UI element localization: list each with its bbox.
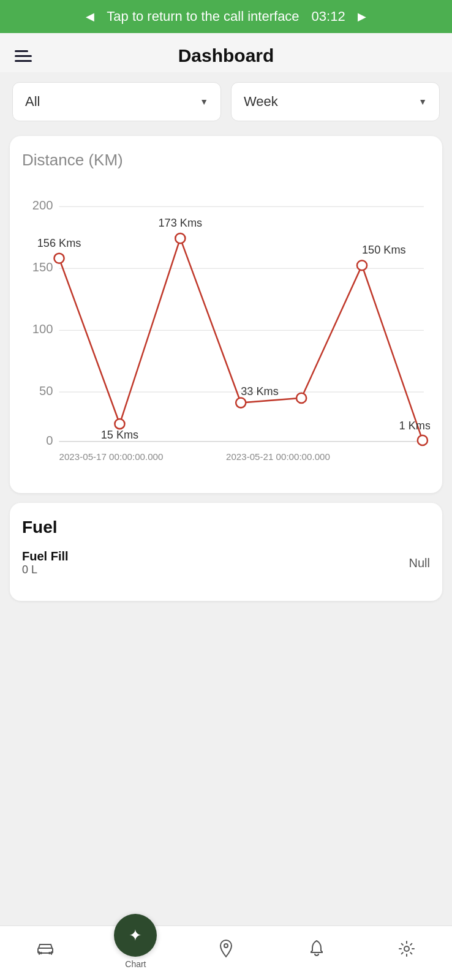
svg-point-16 [357,260,367,270]
period-dropdown-label: Week [244,94,278,110]
svg-text:50: 50 [39,384,53,398]
svg-point-30 [404,946,409,951]
svg-text:150 Kms: 150 Kms [362,244,406,256]
svg-text:100: 100 [32,322,53,336]
type-dropdown-arrow: ▼ [200,97,208,107]
chart-nav-label: Chart [125,959,146,969]
nav-item-chart[interactable]: ✦ Chart [91,932,181,969]
distance-chart: 200 150 100 50 0 156 Kms 15 Kms 17 [22,182,430,481]
nav-item-settings[interactable] [361,940,452,962]
distance-card: Distance (KM) 200 150 100 50 0 [10,136,442,493]
svg-text:15 Kms: 15 Kms [101,429,139,441]
page-title: Dashboard [32,45,420,66]
fuel-fill-label: Fuel Fill [22,549,69,564]
svg-point-11 [54,254,64,263]
header: Dashboard [0,33,452,72]
type-dropdown-label: All [25,94,40,110]
type-dropdown[interactable]: All ▼ [12,82,221,121]
call-bar-time: 03:12 [312,9,345,24]
svg-point-14 [236,398,246,407]
svg-point-13 [175,233,185,243]
fuel-card-title: Fuel [22,518,430,537]
svg-point-28 [48,952,51,954]
menu-button[interactable] [15,50,32,62]
fuel-fill-value: 0 L [22,564,69,576]
svg-text:33 Kms: 33 Kms [241,385,279,398]
fuel-fill-row: Fuel Fill 0 L Null [22,549,430,576]
fuel-card: Fuel Fuel Fill 0 L Null [10,503,442,601]
period-dropdown[interactable]: Week ▼ [231,82,440,121]
call-bar-right-arrow: ▶ [358,10,366,23]
svg-text:200: 200 [32,198,53,212]
location-icon [218,940,234,962]
fuel-fill-group: Fuel Fill 0 L [22,549,69,576]
svg-point-27 [40,952,42,954]
svg-point-17 [418,435,428,445]
period-dropdown-arrow: ▼ [418,97,427,107]
fuel-null-value: Null [409,556,430,570]
nav-item-car[interactable] [0,941,91,961]
filter-row: All ▼ Week ▼ [0,72,452,131]
svg-text:173 Kms: 173 Kms [158,217,202,229]
chart-active-icon: ✦ [129,926,142,945]
svg-point-12 [115,419,124,429]
call-bar-left-arrow: ◀ [86,10,94,23]
svg-text:1 Kms: 1 Kms [399,420,430,432]
bell-icon [309,940,325,962]
svg-text:156 Kms: 156 Kms [37,237,81,249]
svg-point-29 [224,944,228,948]
nav-item-bell[interactable] [271,940,362,962]
distance-card-title: Distance (KM) [22,151,430,170]
svg-point-15 [296,393,306,403]
svg-text:2023-05-17 00:00:00.000: 2023-05-17 00:00:00.000 [59,451,164,462]
call-bar[interactable]: ◀ Tap to return to the call interface 03… [0,0,452,33]
call-bar-text: Tap to return to the call interface [107,9,299,24]
svg-text:0: 0 [46,434,53,447]
car-icon [36,941,55,961]
bottom-nav: ✦ Chart [0,925,452,980]
gear-icon [398,940,415,962]
chart-center-button[interactable]: ✦ [114,914,157,957]
svg-text:2023-05-21 00:00:00.000: 2023-05-21 00:00:00.000 [226,451,330,462]
nav-item-location[interactable] [181,940,271,962]
svg-text:150: 150 [32,260,53,274]
